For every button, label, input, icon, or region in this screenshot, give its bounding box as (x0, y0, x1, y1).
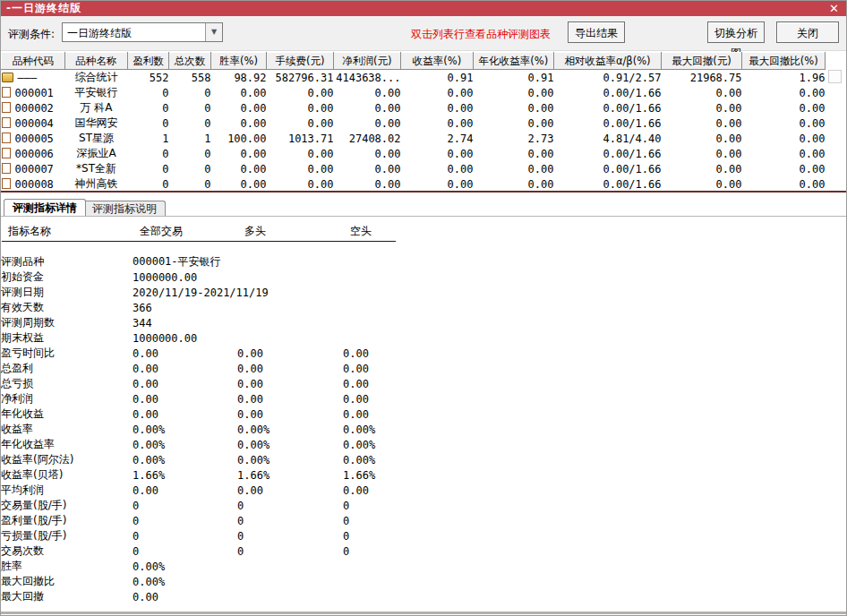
titlebar: -一日游终结版 ✕ (1, 1, 846, 16)
window-bottom-edge (1, 612, 847, 614)
species-value: 0.00 (742, 85, 826, 100)
species-name: 深振业A (65, 146, 128, 161)
species-value: 0.00 (662, 146, 742, 161)
species-value: 1013.71 (267, 131, 334, 146)
tab-indicator-details[interactable]: 评测指标详情 (4, 199, 86, 216)
detail-row: 收益率0.00%0.00%0.00% (1, 422, 486, 437)
detail-label: 最大回撤 (1, 589, 133, 604)
close-button[interactable]: 关闭 (776, 21, 839, 43)
detail-value: 0 (237, 528, 343, 543)
column-header[interactable]: 净利润(元) (334, 53, 401, 70)
detail-value: 0.00% (133, 437, 237, 452)
column-header[interactable]: 胜率(%) (211, 53, 267, 70)
species-value: 558 (169, 70, 211, 86)
species-value: 0.00 (742, 100, 826, 116)
detail-row: 盈利量(股/手)000 (1, 513, 486, 528)
detail-column-header: 全部交易 (140, 224, 183, 239)
export-results-button[interactable]: 导出结果 (568, 21, 625, 43)
species-value: 2.73 (474, 131, 554, 146)
species-row[interactable]: 000001平安银行000.000.000.000.000.000.00/1.6… (2, 85, 826, 100)
species-code: 000005 (15, 133, 54, 145)
detail-value (133, 604, 237, 616)
column-header[interactable]: 盈利数 (128, 53, 169, 70)
column-header[interactable]: 品种代码 (2, 53, 65, 70)
species-value: 0.00 (742, 161, 826, 176)
species-value: 0.00 (401, 146, 474, 161)
species-row[interactable]: 000008神州高铁000.000.000.000.000.000.00/1.6… (2, 176, 826, 192)
detail-row: 初始资金1000000.00 (1, 270, 486, 285)
detail-row: 总亏损0.000.000.00 (1, 376, 486, 391)
species-row[interactable]: 000007*ST全新000.000.000.000.000.000.00/1.… (2, 161, 826, 176)
column-header[interactable]: 最大回撤(元) (662, 53, 742, 70)
species-value: 0.00 (267, 100, 334, 116)
detail-label: 期末权益 (1, 330, 133, 346)
species-value: 0.00 (267, 85, 334, 100)
detail-value: 0 (133, 543, 237, 559)
close-icon[interactable]: ✕ (829, 1, 839, 16)
column-header[interactable]: 手续费(元) (267, 53, 334, 70)
chevron-down-icon[interactable]: ▼ (205, 23, 222, 41)
detail-label: 交易量(股/手) (1, 498, 133, 513)
detail-column-header: 多头 (244, 224, 266, 239)
file-icon (2, 148, 11, 158)
species-value: 0.00/1.66 (554, 176, 662, 192)
detail-value: 1.66% (343, 467, 486, 483)
species-value: 0.00 (211, 85, 267, 100)
species-value: 0.00 (742, 146, 826, 161)
detail-value: 0 (133, 513, 237, 528)
detail-value: 0.00% (343, 452, 486, 467)
column-header[interactable]: 总次数 (169, 53, 211, 70)
detail-value (343, 315, 486, 330)
species-value: 552 (128, 70, 169, 86)
column-header[interactable]: 品种名称 (65, 53, 128, 70)
detail-column-header: 指标名称 (8, 224, 51, 239)
detail-column-header: 空头 (350, 224, 372, 239)
species-value: 0.00 (211, 100, 267, 116)
species-value: 0.00/1.66 (554, 85, 662, 100)
detail-label: 交易次数 (1, 543, 133, 559)
column-header[interactable]: 收益率(%) (401, 53, 474, 70)
detail-label: 年化收益 (1, 406, 133, 422)
species-value: 0.00/1.66 (554, 146, 662, 161)
detail-label: 收益率 (1, 422, 133, 437)
species-value: 0.00 (211, 161, 267, 176)
detail-row: 评测周期数344 (1, 315, 486, 330)
species-value: 0.00 (334, 161, 401, 176)
detail-value: 1000000.00 (133, 330, 237, 346)
detail-value: 0.00 (133, 589, 237, 604)
tab-indicator-description[interactable]: 评测指标说明 (83, 201, 166, 216)
species-row[interactable]: 000004国华网安000.000.000.000.000.000.00/1.6… (2, 116, 826, 131)
species-value: 0.00 (742, 116, 826, 131)
detail-label: 亏损量(股/手) (1, 528, 133, 543)
species-row[interactable]: 000005ST星源11100.001013.7127408.022.742.7… (2, 131, 826, 146)
scrollbar-thumb[interactable] (828, 70, 842, 83)
detail-label: 评测品种 (1, 254, 133, 270)
column-header[interactable]: 相对收益率α/β(%) (554, 53, 662, 70)
detail-label: 盈利量(股/手) (1, 513, 133, 528)
species-value: 98.92 (211, 70, 267, 86)
column-header[interactable]: 最大回撤比(%) (742, 53, 826, 70)
species-row[interactable]: ———综合统计55255898.92582796.314143638...0.9… (2, 70, 826, 86)
species-header-row: 品种代码品种名称盈利数总次数胜率(%)手续费(元)净利润(元)收益率(%)年化收… (2, 53, 826, 70)
detail-value: 0.00 (133, 406, 237, 422)
detail-value: 0.00 (343, 346, 486, 361)
species-name: 万 科A (65, 100, 128, 116)
species-row[interactable]: 000006深振业A000.000.000.000.000.000.00/1.6… (2, 146, 826, 161)
species-value: 0 (169, 85, 211, 100)
detail-value: 0.00% (343, 422, 486, 437)
species-row[interactable]: 000002万 科A000.000.000.000.000.000.00/1.6… (2, 100, 826, 116)
species-code: ——— (18, 72, 38, 84)
species-value: 0 (169, 146, 211, 161)
detail-value: 0.00 (237, 483, 343, 498)
condition-combobox[interactable]: 一日游终结版 ▼ (62, 22, 223, 42)
species-value: 21968.75 (662, 70, 742, 86)
detail-value: 0.00 (343, 406, 486, 422)
detail-row: 评测品种000001-平安银行 (1, 254, 486, 270)
species-value: 0.91 (401, 70, 474, 86)
column-header[interactable]: 年化收益率(%) (474, 53, 554, 70)
detail-label: 总亏损 (1, 376, 133, 391)
detail-label: 平均利润 (1, 483, 133, 498)
switch-analysis-button[interactable]: 切换分析图 (707, 21, 765, 43)
detail-value: 1.66% (133, 467, 237, 483)
species-value: 1 (169, 131, 211, 146)
